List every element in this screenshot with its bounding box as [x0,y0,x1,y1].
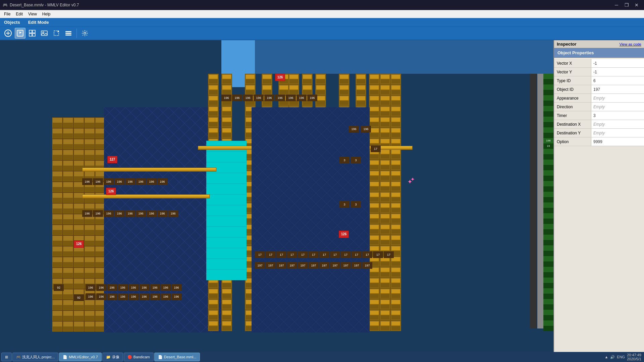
prop-row-type-id[interactable]: Type ID6 [554,76,644,85]
taskbar-left: ⊞ 🎮洗克人同人.projec...📄MMLVEditor_v0.7📁录像🔴Ba… [0,353,200,361]
start-button[interactable]: ⊞ [1,353,12,361]
clock: 20:47:49 2020/5/1 [627,353,641,361]
prop-value: Empty [591,120,644,128]
prop-label: Direction [554,105,591,109]
close-button[interactable]: ✕ [632,2,641,8]
canvas-area[interactable]: ✦ [0,40,553,361]
titlebar: 🎮 Desert_Base.mmlv - MMLV Editor v0.7 ─ … [0,0,644,10]
svg-rect-12 [65,35,71,36]
svg-rect-8 [41,31,47,36]
minimize-button[interactable]: ─ [612,2,621,8]
taskbar: ⊞ 🎮洗克人同人.projec...📄MMLVEditor_v0.7📁录像🔴Ba… [0,352,644,362]
prop-label: Appearance [554,96,591,101]
taskbar-right: ▲ 🔊 ENG 20:47:49 2020/5/1 [604,353,644,361]
prop-row-vector-x[interactable]: Vector X-1 [554,59,644,68]
svg-rect-5 [33,30,35,33]
taskbar-task-Desert_B[interactable]: 📄Desert_Base.mml... [154,353,200,361]
app-icon: 🎮 [3,3,8,7]
prop-label: Object ID [554,87,591,92]
objects-edit-bar: Objects Edit Mode [0,18,644,27]
main-content: ✦ Inspector View as code Object Properti… [0,40,644,361]
menu-edit[interactable]: Edit [13,11,25,17]
menubar: File Edit View Help [0,10,644,18]
volume-icon[interactable]: 🔊 [610,355,615,359]
svg-rect-11 [65,33,71,34]
image-button[interactable] [39,28,50,39]
menu-file[interactable]: File [1,11,13,17]
prop-row-object-id[interactable]: Object ID197 [554,85,644,94]
crosshair: ✦ [408,179,412,183]
inspector-title: Inspector [557,42,577,47]
objects-button[interactable]: Objects [0,18,24,26]
date: 2020/5/1 [627,357,641,361]
inspector-panel: Inspector View as code Object Properties… [553,40,644,361]
titlebar-title: Desert_Base.mmlv - MMLV Editor v0.7 [10,3,79,7]
svg-rect-10 [65,31,71,32]
taskbar-tasks: 🎮洗克人同人.projec...📄MMLVEditor_v0.7📁录像🔴Band… [12,353,200,361]
prop-label: Type ID [554,78,591,83]
prop-label: Vector Y [554,70,591,74]
prop-value[interactable]: -1 [591,68,644,76]
taskbar-task-Bandicam[interactable]: 🔴Bandicam [124,353,154,361]
titlebar-controls[interactable]: ─ ❐ ✕ [612,2,641,8]
resize-button[interactable] [51,28,62,39]
object-properties-header: Object Properties [554,48,644,58]
prop-value: Empty [591,94,644,102]
edit-mode-button[interactable]: Edit Mode [24,18,53,26]
prop-label: Timer [554,113,591,118]
toolbar-section-main [3,28,90,39]
svg-rect-6 [29,34,32,36]
prop-label: Option [554,139,591,144]
prop-row-vector-y[interactable]: Vector Y-1 [554,68,644,76]
prop-value[interactable]: 3 [591,111,644,120]
select-button[interactable] [15,28,25,39]
taskbar-task-洗克人同人.pr[interactable]: 🎮洗克人同人.projec... [12,353,58,361]
prop-value[interactable]: 197 [591,85,644,94]
prop-label: Destination Y [554,131,591,135]
prop-row-destination-y[interactable]: Destination YEmpty [554,129,644,137]
prop-label: Destination X [554,122,591,127]
settings-button[interactable] [79,28,90,39]
toolbar-separator [76,28,77,38]
svg-rect-7 [33,34,35,36]
prop-value[interactable]: -1 [591,59,644,67]
grid-button[interactable] [27,28,38,39]
svg-rect-4 [29,30,32,33]
notification-icon[interactable]: ▲ [604,355,608,359]
toolbar [0,27,644,40]
lang-indicator: ENG [617,355,625,359]
add-button[interactable] [3,28,13,39]
taskbar-task-录像[interactable]: 📁录像 [102,353,123,361]
prop-value: Empty [591,103,644,111]
prop-row-direction[interactable]: DirectionEmpty [554,103,644,111]
prop-row-appearance[interactable]: AppearanceEmpty [554,94,644,103]
maximize-button[interactable]: ❐ [622,2,631,8]
view-as-code-button[interactable]: View as code [620,42,641,46]
taskbar-task-MMLVEdit[interactable]: 📄MMLVEditor_v0.7 [59,353,102,361]
layers-button[interactable] [63,28,74,39]
prop-row-destination-x[interactable]: Destination XEmpty [554,120,644,129]
menu-help[interactable]: Help [40,11,53,17]
prop-value[interactable]: 6 [591,76,644,85]
inspector-header: Inspector View as code [554,40,644,48]
svg-point-13 [84,32,86,34]
prop-label: Vector X [554,61,591,66]
prop-value[interactable]: 9999 [591,137,644,146]
time: 20:47:49 [627,353,641,357]
prop-row-timer[interactable]: Timer3 [554,111,644,120]
prop-row-option[interactable]: Option9999 [554,137,644,146]
titlebar-left: 🎮 Desert_Base.mmlv - MMLV Editor v0.7 [3,3,79,7]
properties-table: Vector X-1Vector Y-1Type ID6Object ID197… [554,58,644,361]
game-canvas[interactable] [0,40,553,361]
menu-view[interactable]: View [25,11,40,17]
prop-value: Empty [591,129,644,137]
